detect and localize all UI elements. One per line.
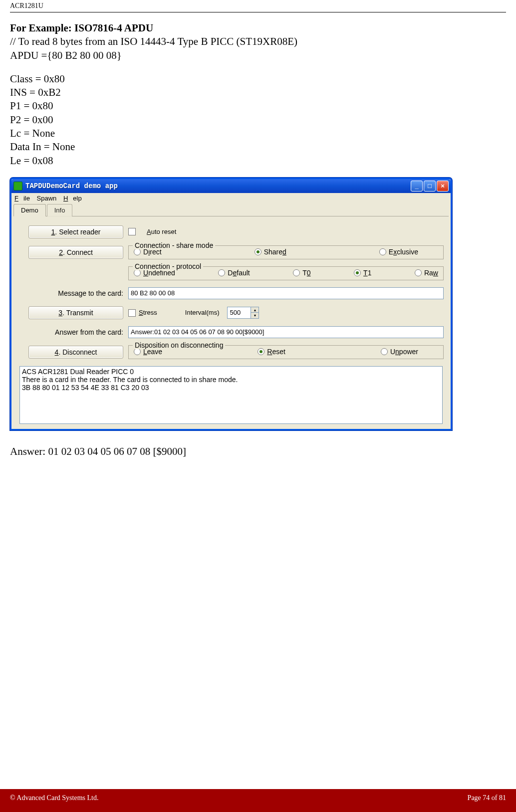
message-input[interactable] [128, 287, 444, 299]
menu-file[interactable]: File [14, 195, 30, 202]
answer-line: Answer: 01 02 03 04 05 06 07 08 [$9000] [10, 445, 506, 458]
interval-spinner[interactable]: ▲ ▼ [227, 307, 259, 319]
param-p1: P1 = 0x80 [10, 99, 506, 113]
close-button[interactable]: × [437, 181, 449, 192]
stress-checkbox[interactable] [128, 309, 136, 317]
select-reader-button[interactable]: 1. Select reader [28, 225, 123, 238]
interval-input[interactable] [228, 307, 251, 318]
minimize-button[interactable]: _ [411, 181, 423, 192]
window-title: TAPDUDemoCard demo app [25, 182, 411, 190]
disposition-unpower-radio[interactable]: Unpower [381, 348, 418, 356]
param-class: Class = 0x80 [10, 72, 506, 86]
param-lc: Lc = None [10, 127, 506, 140]
answer-input[interactable] [128, 326, 444, 338]
example-heading: For Example: ISO7816-4 APDU [10, 22, 153, 34]
apdu-line: APDU ={80 B2 80 00 08} [10, 49, 506, 62]
spinner-down-icon[interactable]: ▼ [251, 313, 258, 318]
param-le: Le = 0x08 [10, 154, 506, 168]
tab-demo[interactable]: Demo [13, 204, 46, 216]
disposition-legend: Disposition on disconnecting [133, 341, 225, 349]
share-mode-group: Connection - share mode Direct Shared Ex… [128, 245, 444, 259]
param-datain: Data In = None [10, 140, 506, 154]
share-mode-legend: Connection - share mode [133, 241, 215, 249]
log-output[interactable]: ACS ACR1281 Dual Reader PICC 0 There is … [19, 366, 443, 424]
param-p2: P2 = 0x00 [10, 113, 506, 127]
answer-from-label: Answer from the card: [18, 328, 128, 336]
tab-info[interactable]: Info [47, 204, 73, 216]
param-ins: INS = 0xB2 [10, 86, 506, 99]
share-shared-radio[interactable]: Shared [255, 248, 286, 256]
app-icon [13, 182, 22, 191]
protocol-raw-radio[interactable]: Raw [415, 269, 438, 277]
body-text: For Example: ISO7816-4 APDU // To read 8… [10, 21, 506, 168]
menubar: File Spawn Help [11, 193, 451, 203]
disconnect-button[interactable]: 4. Disconnect [28, 346, 123, 359]
page-header: ACR1281U [10, 0, 506, 12]
disposition-reset-radio[interactable]: Reset [258, 348, 285, 356]
protocol-group: Connection - protocol Undefined Default … [128, 266, 444, 280]
protocol-t1-radio[interactable]: T1 [354, 269, 371, 277]
connect-button[interactable]: 2. Connect [28, 246, 123, 259]
app-window: TAPDUDemoCard demo app _ □ × File Spawn … [10, 178, 452, 430]
menu-help[interactable]: Help [63, 195, 82, 202]
comment-line: // To read 8 bytes from an ISO 14443-4 T… [10, 35, 506, 48]
tabstrip: Demo Info [13, 203, 449, 216]
share-exclusive-radio[interactable]: Exclusive [379, 248, 418, 256]
message-label: Message to the card: [18, 289, 128, 297]
menu-spawn[interactable]: Spawn [37, 195, 57, 202]
titlebar[interactable]: TAPDUDemoCard demo app _ □ × [11, 179, 451, 193]
protocol-t0-radio[interactable]: T0 [293, 269, 310, 277]
transmit-button[interactable]: 3. Transmit [28, 306, 123, 319]
stress-label: Stress [139, 309, 157, 316]
auto-reset-label: Auto reset [147, 228, 176, 235]
auto-reset-checkbox[interactable] [128, 228, 136, 235]
spinner-up-icon[interactable]: ▲ [251, 307, 258, 313]
interval-label: Interval(ms) [185, 309, 220, 316]
protocol-legend: Connection - protocol [133, 262, 203, 270]
maximize-button[interactable]: □ [424, 181, 436, 192]
disposition-group: Disposition on disconnecting Leave Reset… [128, 345, 444, 359]
protocol-default-radio[interactable]: Default [218, 269, 250, 277]
